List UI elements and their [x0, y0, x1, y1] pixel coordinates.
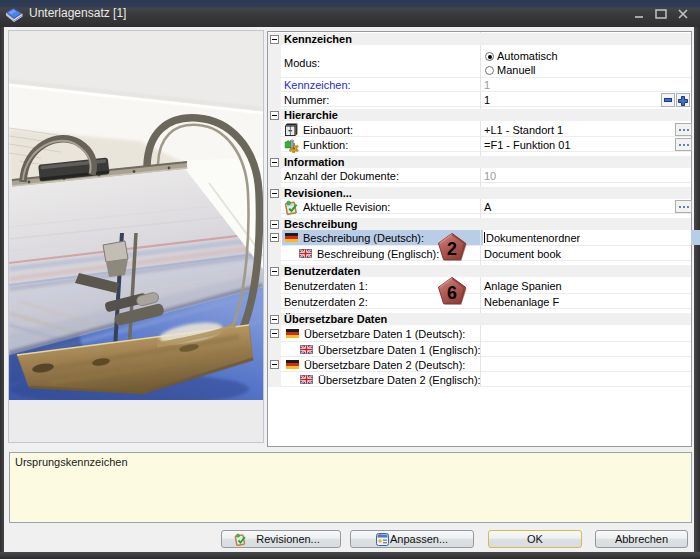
- svg-text:6: 6: [447, 283, 457, 303]
- svg-text:2: 2: [447, 239, 457, 259]
